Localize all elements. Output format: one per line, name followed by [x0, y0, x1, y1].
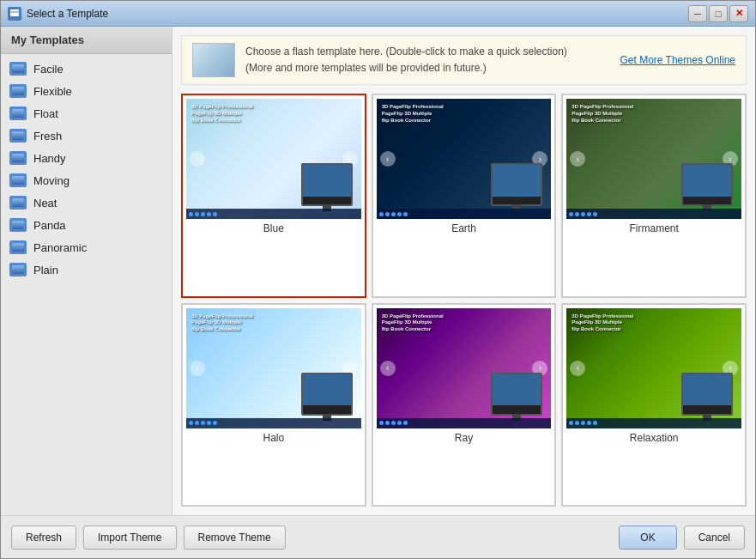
sidebar-item-fresh[interactable]: Fresh [1, 125, 172, 147]
sidebar-header: My Templates [1, 27, 172, 54]
minimize-button[interactable]: ─ [688, 5, 707, 22]
sidebar-list: Facile Flexible Float Fresh Handy Moving… [1, 54, 172, 515]
sidebar-icon-facile [9, 62, 27, 76]
maximize-button[interactable]: □ [709, 5, 728, 22]
preview-monitor-halo [301, 373, 353, 416]
sidebar-label-float: Float [33, 107, 58, 120]
sidebar-icon-fresh [9, 129, 27, 143]
sidebar-item-neat[interactable]: Neat [1, 191, 172, 214]
sidebar-label-flexible: Flexible [33, 85, 72, 98]
template-label-relaxation: Relaxation [630, 428, 679, 446]
template-cell-earth[interactable]: 3D PageFlip Professional PageFlip 3D Mul… [372, 94, 557, 298]
sidebar-label-panoramic: Panoramic [33, 241, 87, 254]
preview-monitor-relaxation [681, 373, 733, 416]
preview-text-relaxation: 3D PageFlip Professional PageFlip 3D Mul… [572, 313, 633, 333]
preview-monitor-earth [491, 163, 542, 206]
preview-left-arrow-relaxation[interactable]: ‹ [570, 361, 585, 376]
template-cell-firmament[interactable]: 3D PageFlip Professional PageFlip 3D Mul… [561, 94, 747, 298]
sidebar-label-handy: Handy [33, 152, 66, 165]
sidebar-icon-handy [9, 151, 27, 165]
template-cell-ray[interactable]: 3D PageFlip Professional PageFlip 3D Mul… [372, 303, 557, 507]
sidebar-item-panda[interactable]: Panda [1, 214, 172, 236]
preview-screen-firmament [683, 165, 731, 197]
preview-text-halo: 3D PageFlip Professional PageFlip 3D Mul… [191, 313, 253, 333]
svg-rect-0 [10, 9, 19, 16]
refresh-button[interactable]: Refresh [11, 526, 76, 550]
preview-toolbar-blue [186, 209, 361, 219]
info-line2: (More and more templates will be provide… [245, 60, 609, 76]
sidebar-item-handy[interactable]: Handy [1, 147, 172, 169]
title-bar: Select a Template ─ □ ✕ [1, 1, 755, 27]
preview-left-arrow-blue[interactable]: ‹ [190, 151, 205, 167]
sidebar-label-plain: Plain [33, 264, 58, 276]
sidebar-label-facile: Facile [33, 63, 64, 76]
preview-screen-blue [303, 165, 351, 197]
template-preview-ray: 3D PageFlip Professional PageFlip 3D Mul… [377, 308, 552, 428]
footer-right: OK Cancel [619, 526, 745, 550]
preview-text-earth: 3D PageFlip Professional PageFlip 3D Mul… [382, 104, 444, 124]
sidebar-item-flexible[interactable]: Flexible [1, 80, 172, 102]
sidebar-icon-neat [9, 196, 27, 210]
window-icon [8, 7, 21, 21]
info-thumbnail [192, 43, 235, 77]
templates-grid: 3D PageFlip Professional PageFlip 3D Mul… [181, 94, 747, 507]
remove-theme-button[interactable]: Remove Theme [184, 526, 286, 550]
template-cell-blue[interactable]: 3D PageFlip Professional PageFlip 3D Mul… [181, 94, 366, 298]
sidebar-icon-flexible [9, 84, 27, 98]
footer-left: Refresh Import Theme Remove Theme [11, 526, 612, 550]
template-label-earth: Earth [451, 219, 476, 236]
sidebar-icon-float [9, 106, 27, 120]
sidebar-item-facile[interactable]: Facile [1, 58, 172, 80]
preview-toolbar-relaxation [566, 418, 741, 428]
preview-monitor-firmament [681, 163, 733, 206]
preview-toolbar-halo [186, 418, 361, 428]
sidebar-item-panoramic[interactable]: Panoramic [1, 236, 172, 258]
preview-text-blue: 3D PageFlip Professional PageFlip 3D Mul… [191, 104, 253, 124]
template-label-ray: Ray [455, 428, 473, 446]
info-line1: Choose a flash template here. (Double-cl… [245, 44, 609, 60]
sidebar-label-fresh: Fresh [33, 130, 62, 143]
preview-left-arrow-earth[interactable]: ‹ [380, 151, 396, 167]
preview-left-arrow-ray[interactable]: ‹ [380, 361, 396, 376]
content-area: My Templates Facile Flexible Float Fresh… [1, 27, 755, 515]
preview-monitor-blue [301, 163, 353, 206]
sidebar-icon-plain [9, 263, 27, 276]
preview-left-arrow-firmament[interactable]: ‹ [570, 151, 585, 167]
preview-left-arrow-halo[interactable]: ‹ [190, 361, 205, 376]
preview-text-firmament: 3D PageFlip Professional PageFlip 3D Mul… [572, 104, 633, 124]
preview-text-ray: 3D PageFlip Professional PageFlip 3D Mul… [382, 313, 444, 333]
cancel-button[interactable]: Cancel [684, 526, 745, 550]
template-label-blue: Blue [263, 219, 284, 236]
preview-toolbar-ray [377, 418, 552, 428]
get-more-link[interactable]: Get More Themes Online [620, 54, 735, 66]
import-theme-button[interactable]: Import Theme [83, 526, 176, 550]
sidebar-item-moving[interactable]: Moving [1, 169, 172, 191]
preview-screen-earth [493, 165, 541, 197]
template-cell-halo[interactable]: 3D PageFlip Professional PageFlip 3D Mul… [181, 303, 366, 507]
template-preview-halo: 3D PageFlip Professional PageFlip 3D Mul… [186, 308, 361, 428]
select-template-window: Select a Template ─ □ ✕ My Templates Fac… [0, 0, 756, 559]
template-preview-earth: 3D PageFlip Professional PageFlip 3D Mul… [377, 99, 552, 219]
template-preview-relaxation: 3D PageFlip Professional PageFlip 3D Mul… [566, 308, 741, 428]
preview-monitor-ray [491, 373, 542, 416]
sidebar-item-float[interactable]: Float [1, 102, 172, 125]
info-bar: Choose a flash template here. (Double-cl… [181, 35, 747, 85]
sidebar-icon-panoramic [9, 240, 27, 254]
sidebar-icon-moving [9, 173, 27, 187]
template-preview-firmament: 3D PageFlip Professional PageFlip 3D Mul… [566, 99, 741, 219]
window-controls: ─ □ ✕ [688, 5, 748, 22]
sidebar-item-plain[interactable]: Plain [1, 258, 172, 281]
info-text: Choose a flash template here. (Double-cl… [245, 44, 609, 76]
template-label-firmament: Firmament [629, 219, 678, 236]
sidebar-label-panda: Panda [33, 219, 66, 232]
sidebar-icon-panda [9, 218, 27, 232]
preview-toolbar-firmament [566, 209, 741, 219]
ok-button[interactable]: OK [619, 526, 676, 550]
sidebar-label-neat: Neat [33, 197, 57, 210]
template-cell-relaxation[interactable]: 3D PageFlip Professional PageFlip 3D Mul… [561, 303, 747, 507]
sidebar: My Templates Facile Flexible Float Fresh… [1, 27, 172, 515]
template-label-halo: Halo [263, 428, 284, 446]
close-button[interactable]: ✕ [729, 5, 748, 22]
main-area: Choose a flash template here. (Double-cl… [172, 27, 755, 515]
window-title: Select a Template [27, 8, 688, 20]
